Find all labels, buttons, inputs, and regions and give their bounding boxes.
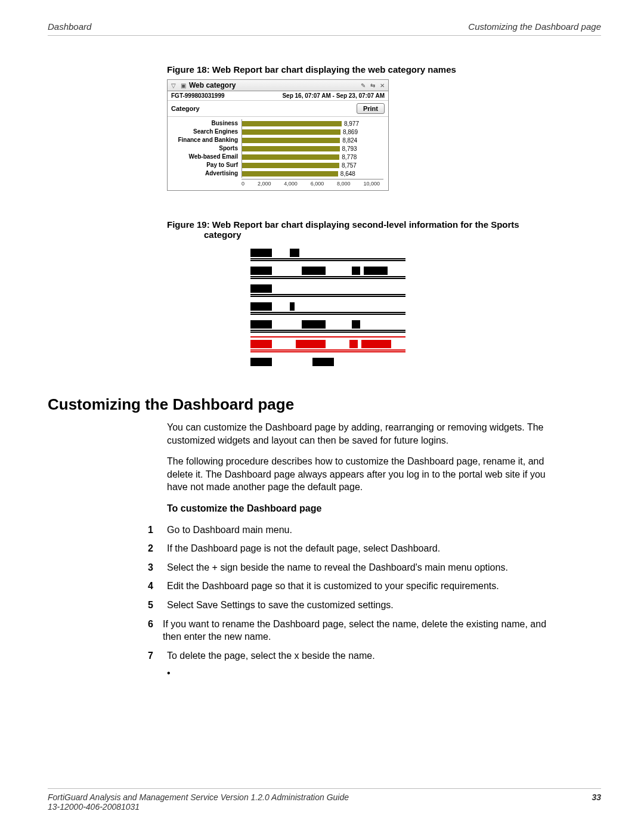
widget-title: Web category bbox=[189, 81, 357, 89]
date-range: Sep 16, 07:07 AM - Sep 23, 07:07 AM bbox=[282, 92, 385, 99]
chart-bar bbox=[242, 154, 339, 160]
figure18-caption: Figure 18: Web Report bar chart displayi… bbox=[167, 64, 525, 75]
step-item: 5Select Save Settings to save the custom… bbox=[167, 599, 549, 612]
page-number: 33 bbox=[592, 792, 601, 812]
step-text: Go to Dashboard main menu. bbox=[167, 524, 292, 537]
step-item: 3Select the + sign beside the name to re… bbox=[167, 561, 549, 574]
chart-bar bbox=[242, 163, 339, 168]
chart-bar-value: 8,824 bbox=[342, 137, 357, 144]
chart-bar bbox=[242, 146, 340, 151]
chart-bar-row: 8,793 bbox=[242, 144, 385, 153]
header-right: Customizing the Dashboard page bbox=[468, 21, 601, 32]
step-item: 6If you want to rename the Dashboard pag… bbox=[167, 618, 549, 643]
edit-icon[interactable]: ✎ bbox=[360, 82, 367, 89]
step-text: Edit the Dashboard page so that it is cu… bbox=[167, 580, 499, 593]
bullet: • bbox=[167, 668, 549, 679]
chart-bar-row: 8,824 bbox=[242, 136, 385, 144]
chart-bar-value: 8,977 bbox=[344, 120, 359, 127]
category-label: Category bbox=[171, 105, 200, 112]
chart-bar-row: 8,869 bbox=[242, 128, 385, 136]
chart-bar bbox=[242, 121, 342, 126]
close-icon[interactable]: ✕ bbox=[379, 82, 386, 89]
step-text: If the Dashboard page is not the default… bbox=[167, 542, 440, 555]
step-number: 3 bbox=[148, 561, 167, 574]
body-text: You can customize the Dashboard page by … bbox=[167, 421, 549, 679]
step-text: Select Save Settings to save the customi… bbox=[167, 599, 394, 612]
chart-category-label: Web-based Email bbox=[171, 153, 242, 161]
step-number: 7 bbox=[148, 649, 167, 662]
paragraph-1: You can customize the Dashboard page by … bbox=[167, 421, 549, 447]
step-number: 5 bbox=[148, 599, 167, 612]
step-text: If you want to rename the Dashboard page… bbox=[163, 618, 549, 643]
chart-bar bbox=[242, 138, 340, 143]
chart-bar bbox=[242, 129, 340, 135]
step-text: To delete the page, select the x beside … bbox=[167, 649, 375, 662]
chart-bar-row: 8,778 bbox=[242, 153, 385, 161]
footer-line1: FortiGuard Analysis and Management Servi… bbox=[48, 792, 349, 802]
step-item: 4Edit the Dashboard page so that it is c… bbox=[167, 580, 549, 593]
step-number: 4 bbox=[148, 580, 167, 593]
refresh-icon[interactable]: ⇆ bbox=[369, 82, 376, 89]
chart-tick: 10,000 bbox=[363, 181, 380, 187]
device-id: FGT-999803031999 bbox=[171, 92, 225, 99]
figure19-caption: Figure 19: Web Report bar chart displayi… bbox=[167, 219, 525, 240]
chart-bar-value: 8,648 bbox=[340, 171, 355, 177]
chart-bar-row: 8,977 bbox=[242, 119, 385, 128]
chart-x-axis: 02,0004,0006,0008,00010,000 bbox=[242, 179, 383, 190]
chart-category-label: Business bbox=[171, 119, 242, 128]
bar-chart: BusinessSearch EnginesFinance and Bankin… bbox=[168, 117, 388, 179]
chart-bar-value: 8,757 bbox=[342, 162, 357, 169]
chart-bar-row: 8,757 bbox=[242, 161, 385, 169]
chart-category-label: Search Engines bbox=[171, 128, 242, 136]
figure19-image bbox=[250, 247, 405, 367]
step-text: Select the + sign beside the name to rev… bbox=[167, 561, 508, 574]
section-heading: Customizing the Dashboard page bbox=[48, 395, 601, 414]
step-item: 1Go to Dashboard main menu. bbox=[167, 524, 549, 537]
chart-category-label: Pay to Surf bbox=[171, 161, 242, 169]
paragraph-2: The following procedure describes how to… bbox=[167, 455, 549, 494]
steps-list: 1Go to Dashboard main menu.2If the Dashb… bbox=[167, 524, 549, 662]
step-item: 7To delete the page, select the x beside… bbox=[167, 649, 549, 662]
chart-bar-value: 8,869 bbox=[343, 129, 358, 135]
step-number: 1 bbox=[148, 524, 167, 537]
widget-titlebar: ▽ ▣ Web category ✎ ⇆ ✕ bbox=[168, 80, 388, 91]
widget-subheader: FGT-999803031999 Sep 16, 07:07 AM - Sep … bbox=[168, 91, 388, 101]
chart-bar-value: 8,778 bbox=[342, 154, 357, 160]
chart-tick: 6,000 bbox=[311, 181, 324, 187]
page-footer: FortiGuard Analysis and Management Servi… bbox=[48, 788, 601, 812]
procedure-heading: To customize the Dashboard page bbox=[167, 502, 549, 515]
chart-tick: 2,000 bbox=[258, 181, 271, 187]
chart-tick: 4,000 bbox=[284, 181, 298, 187]
chart-category-label: Advertising bbox=[171, 169, 242, 178]
step-number: 6 bbox=[148, 618, 163, 643]
chart-category-label: Finance and Banking bbox=[171, 136, 242, 144]
print-button[interactable]: Print bbox=[357, 103, 385, 114]
web-category-widget: ▽ ▣ Web category ✎ ⇆ ✕ FGT-999803031999 … bbox=[167, 79, 389, 191]
collapse-icon[interactable]: ▽ bbox=[170, 82, 177, 89]
chart-tick: 0 bbox=[242, 181, 244, 187]
widget-toolbar: Category Print bbox=[168, 101, 388, 117]
chart-bar-row: 8,648 bbox=[242, 169, 385, 178]
step-number: 2 bbox=[148, 542, 167, 555]
header-left: Dashboard bbox=[48, 21, 91, 32]
step-item: 2If the Dashboard page is not the defaul… bbox=[167, 542, 549, 555]
page-header: Dashboard Customizing the Dashboard page bbox=[48, 21, 601, 36]
footer-line2: 13-12000-406-20081031 bbox=[48, 802, 349, 812]
monitor-icon: ▣ bbox=[179, 82, 187, 89]
chart-category-label: Sports bbox=[171, 144, 242, 153]
chart-bar bbox=[242, 171, 338, 176]
chart-bar-value: 8,793 bbox=[342, 145, 357, 152]
chart-tick: 8,000 bbox=[337, 181, 351, 187]
